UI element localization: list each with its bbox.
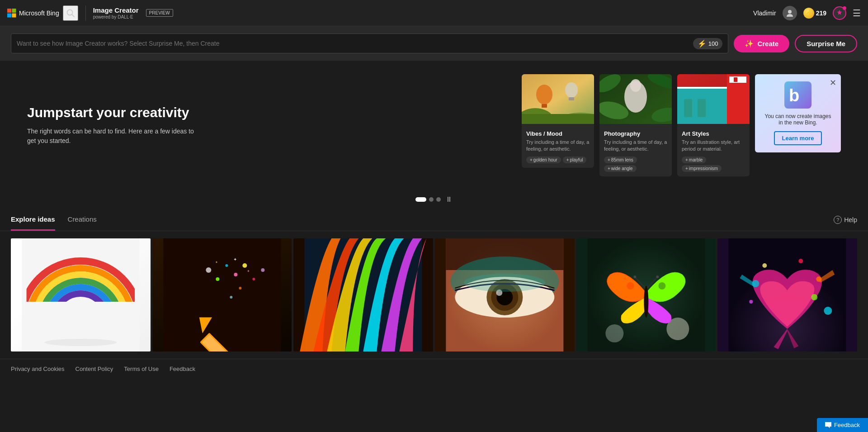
coins-count: 219 (816, 9, 826, 17)
privacy-link[interactable]: Privacy and Cookies (11, 366, 65, 372)
help-button[interactable]: ? Help (834, 216, 857, 224)
tag-impressionism[interactable]: impressionism (682, 165, 722, 172)
content-policy-link[interactable]: Content Policy (75, 366, 113, 372)
powered-by-text: powered by DALL·E (93, 14, 139, 20)
feedback-tab[interactable]: Feedback (817, 418, 868, 432)
svg-point-54 (230, 296, 232, 299)
svg-point-46 (234, 273, 237, 276)
svg-rect-40 (22, 318, 139, 351)
vibes-card-title: Vibes / Mood (526, 130, 590, 137)
header-search-button[interactable] (63, 5, 78, 21)
pagination-area: ⏸ (0, 190, 868, 209)
gallery-item-ribbons[interactable] (293, 238, 433, 351)
person-icon (786, 9, 794, 17)
boost-count: 100 (708, 40, 718, 47)
svg-rect-28 (729, 76, 746, 83)
gallery-item-splash[interactable] (717, 238, 857, 351)
tabs-section: Explore ideas Creations ? Help (0, 209, 868, 231)
hero-cards-area: Vibes / Mood Try including a time of day… (522, 74, 841, 176)
gallery-section: ✦ ✦ ✦ (0, 231, 868, 359)
category-card-photography[interactable]: Photography Try including a time of day,… (599, 74, 672, 176)
pagination-dot-3[interactable] (436, 197, 441, 202)
hero-subtitle: The right words can be hard to find. Her… (27, 127, 199, 146)
vibes-card-desc: Try including a time of day, a feeling, … (526, 139, 590, 153)
header-logo: Microsoft Bing Image Creator powered by … (7, 5, 173, 21)
tab-explore[interactable]: Explore ideas (11, 209, 55, 231)
svg-rect-0 (7, 9, 11, 13)
promo-text: You can now create images in the new Bin… (762, 113, 834, 126)
svg-point-81 (763, 263, 767, 268)
hamburger-menu-button[interactable]: ☰ (853, 8, 861, 19)
gallery-item-rainbow[interactable] (11, 238, 151, 351)
splash-image (717, 238, 857, 351)
ms-bing-link[interactable]: Microsoft Bing (7, 9, 59, 18)
header-divider (85, 5, 86, 21)
svg-point-52 (206, 267, 211, 273)
svg-rect-42 (163, 238, 281, 351)
pagination-dot-2[interactable] (429, 197, 434, 202)
photography-card-body: Photography Try including a time of day,… (599, 126, 672, 176)
svg-point-84 (824, 307, 832, 315)
category-card-art[interactable]: Art Styles Try an illustration style, ar… (677, 74, 750, 176)
boost-icon: ⚡ (698, 39, 707, 48)
svg-text:✦: ✦ (215, 261, 218, 264)
svg-point-83 (750, 300, 753, 304)
svg-point-75 (656, 275, 659, 278)
gallery-item-pencil[interactable]: ✦ ✦ ✦ (152, 238, 292, 351)
hero-title: Jumpstart your creativity (27, 105, 199, 120)
prompt-input[interactable] (17, 40, 693, 47)
create-button-label: Create (757, 40, 778, 47)
art-card-body: Art Styles Try an illustration style, ar… (677, 126, 750, 176)
svg-point-50 (216, 277, 219, 281)
tag-marble[interactable]: marble (682, 157, 706, 163)
reward-icon[interactable] (833, 6, 846, 20)
learn-more-button[interactable]: Learn more (774, 131, 822, 145)
pagination-dot-1[interactable] (415, 197, 426, 202)
art-card-desc: Try an illustration style, art period or… (682, 139, 745, 153)
tag-golden-hour[interactable]: golden hour (526, 157, 561, 163)
coins-badge: ⚡ 219 (803, 8, 826, 19)
svg-point-53 (261, 268, 264, 272)
photography-card-desc: Try including a time of day, a feeling, … (604, 139, 667, 153)
svg-point-77 (658, 282, 665, 290)
terms-link[interactable]: Terms of Use (124, 366, 159, 372)
header: Microsoft Bing Image Creator powered by … (0, 0, 868, 26)
create-button[interactable]: ✨ Create (734, 35, 789, 52)
windows-icon (7, 9, 16, 18)
svg-rect-26 (684, 99, 692, 117)
footer-feedback-link[interactable]: Feedback (170, 366, 195, 372)
boost-badge: ⚡ 100 (693, 38, 723, 49)
trophy-icon (836, 9, 843, 17)
promo-close-button[interactable]: ✕ (830, 78, 836, 88)
search-icon (66, 9, 75, 17)
feedback-icon (825, 422, 831, 428)
tag-wide-angle[interactable]: wide angle (604, 165, 637, 172)
create-button-icon: ✨ (745, 39, 754, 48)
svg-rect-9 (542, 104, 547, 108)
surprise-me-button[interactable]: Surprise Me (795, 35, 857, 52)
tab-creations[interactable]: Creations (68, 209, 97, 231)
pause-button[interactable]: ⏸ (445, 195, 453, 204)
bing-promo-card: ✕ b You can now create images in the new… (755, 74, 841, 152)
svg-text:✦: ✦ (233, 257, 237, 262)
bing-promo-logo: b (784, 81, 811, 109)
svg-point-8 (536, 85, 552, 104)
svg-rect-1 (12, 9, 16, 13)
category-card-vibes[interactable]: Vibes / Mood Try including a time of day… (522, 74, 594, 168)
header-right: Vladimir ⚡ 219 ☰ (753, 6, 861, 20)
image-creator-title: Image Creator (93, 6, 139, 14)
help-label: Help (844, 216, 857, 223)
svg-point-17 (630, 79, 641, 92)
vibes-card-image (522, 74, 594, 124)
tag-playful[interactable]: playful (563, 157, 587, 163)
svg-point-51 (239, 287, 241, 290)
gallery-item-butterfly[interactable] (576, 238, 716, 351)
svg-point-70 (605, 324, 623, 342)
svg-rect-27 (698, 99, 706, 117)
tag-85mm[interactable]: 85mm lens (604, 157, 637, 163)
search-input-wrapper: ⚡ 100 (11, 33, 728, 53)
ribbons-image (293, 238, 433, 351)
image-creator-brand: Image Creator powered by DALL·E (93, 6, 139, 20)
user-avatar[interactable] (783, 6, 797, 20)
gallery-item-eye[interactable] (435, 238, 575, 351)
